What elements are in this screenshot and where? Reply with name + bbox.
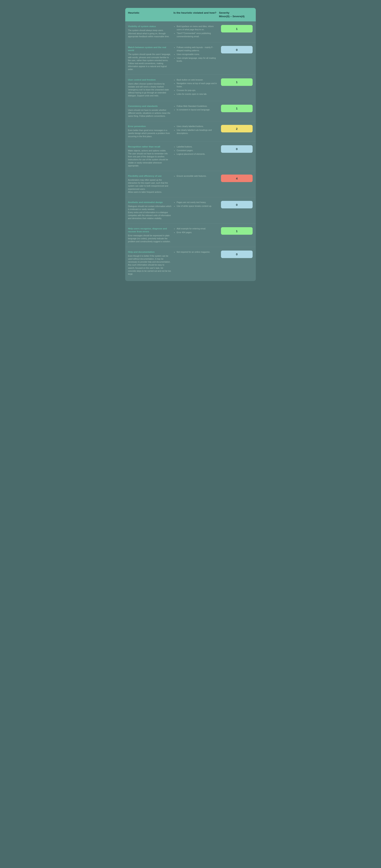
severity-cell-visibility: 1 xyxy=(219,25,255,32)
table-row: Error preventionEven better than good er… xyxy=(125,121,256,142)
violations-cell-documentation: Not required for an online magazine. xyxy=(173,251,217,254)
heuristic-cell-flexibility: Flexibility and efficiency of useAcceler… xyxy=(128,175,171,193)
heuristic-cell-help-errors: Help users recognise, diagnose and recov… xyxy=(128,227,171,243)
heuristic-title: Help users recognise, diagnose and recov… xyxy=(128,227,171,233)
table-row: Aesthetic and minimalist designDialogues… xyxy=(125,197,256,224)
heuristic-title: Error prevention xyxy=(128,125,171,128)
table-row: Visibility of system statusThe system sh… xyxy=(125,21,256,42)
heuristic-title: Flexibility and efficiency of use xyxy=(128,175,171,178)
table-row: Flexibility and efficiency of useAcceler… xyxy=(125,171,256,197)
severity-cell-aesthetic: 0 xyxy=(219,201,255,208)
table-row: User control and freedomUsers often choo… xyxy=(125,75,256,101)
violation-item: "Sent"/"Commented" once publishing comme… xyxy=(177,32,217,38)
severity-badge: 1 xyxy=(221,105,253,112)
heuristic-desc: Users should not have to wonder whether … xyxy=(128,108,171,118)
violation-item: Navigation menu at top of each page and … xyxy=(177,82,217,88)
violations-cell-aesthetic: Pages are not overly text heavy.Use of w… xyxy=(173,201,217,208)
header-violation: Is the heuristic violated and how? xyxy=(173,11,217,18)
heuristic-desc: Even though it is better if the system c… xyxy=(128,254,171,276)
violations-cell-consistency: Follow Web Standard Guidelines.Is consis… xyxy=(173,105,217,112)
severity-badge: 0 xyxy=(221,201,253,208)
table-row: Help users recognise, diagnose and recov… xyxy=(125,224,256,247)
violation-item: Links for events open in new tab. xyxy=(177,93,217,96)
violation-item: Use clearly labelled sub-headings and de… xyxy=(177,129,217,135)
table-header: Heuristic Is the heuristic violated and … xyxy=(125,8,256,21)
severity-badge: 2 xyxy=(221,125,253,132)
severity-badge: 0 xyxy=(221,251,253,258)
severity-cell-recognition: 0 xyxy=(219,145,255,153)
severity-cell-control: 1 xyxy=(219,79,255,86)
severity-cell-match: 0 xyxy=(219,46,255,54)
heuristic-title: Match between system and the real world xyxy=(128,46,171,52)
heuristics-table: Heuristic Is the heuristic violated and … xyxy=(125,8,256,860)
violations-cell-recognition: Labelled buttons.Consistent pages.Logica… xyxy=(173,145,217,156)
heuristic-title: Consistency and standards xyxy=(128,105,171,108)
severity-cell-error-prevention: 2 xyxy=(219,125,255,132)
heuristic-desc: Accelerators may often speed up the inte… xyxy=(128,179,171,193)
violations-cell-flexibility: Ensure accessible web features. xyxy=(173,175,217,178)
violation-item: Ensure accessible web features. xyxy=(177,175,217,178)
violation-item: Error 404 pages. xyxy=(177,231,217,234)
violation-item: Pages are not overly text heavy. xyxy=(177,201,217,204)
violations-cell-match: Follows existing web layouts - mainly F-… xyxy=(173,46,217,63)
table-row: Help and documentationEven though it is … xyxy=(125,247,256,279)
violation-item: Consistent pages. xyxy=(177,149,217,152)
heuristic-cell-documentation: Help and documentationEven though it is … xyxy=(128,251,171,276)
violation-item: Logical placement of elements. xyxy=(177,153,217,156)
table-row: Consistency and standardsUsers should no… xyxy=(125,101,256,122)
violation-item: Back button on web browser. xyxy=(177,79,217,82)
violation-item: Uses recognisable icons. xyxy=(177,53,217,56)
severity-badge: 1 xyxy=(221,79,253,86)
heuristic-desc: Make objects, actions and options visibl… xyxy=(128,149,171,167)
severity-cell-help-errors: 1 xyxy=(219,227,255,235)
heuristic-cell-aesthetic: Aesthetic and minimalist designDialogues… xyxy=(128,201,171,220)
heuristic-cell-consistency: Consistency and standardsUsers should no… xyxy=(128,105,171,118)
header-severity: Severity Minor(0) – Severe(4) xyxy=(219,11,255,18)
heuristic-cell-recognition: Recognition rather than recallMake objec… xyxy=(128,145,171,167)
violation-item: Add example for entering email. xyxy=(177,227,217,230)
violation-item: Labelled buttons. xyxy=(177,145,217,148)
heuristic-desc: Users often choose system functions by m… xyxy=(128,82,171,97)
heuristic-title: User control and freedom xyxy=(128,79,171,81)
heuristic-cell-error-prevention: Error preventionEven better than good er… xyxy=(128,125,171,138)
violations-cell-error-prevention: Uses clearly labelled buttons.Use clearl… xyxy=(173,125,217,135)
table-row: Match between system and the real worldT… xyxy=(125,42,256,74)
violation-item: Crosses for pop-ups. xyxy=(177,89,217,92)
heuristic-title: Help and documentation xyxy=(128,251,171,253)
heuristic-desc: Dialogues should not contain information… xyxy=(128,205,171,220)
severity-cell-documentation: 0 xyxy=(219,251,255,258)
violation-item: Bold typeface on menu and titles, inform… xyxy=(177,25,217,31)
violations-cell-visibility: Bold typeface on menu and titles, inform… xyxy=(173,25,217,39)
severity-badge: 1 xyxy=(221,25,253,32)
violation-item: Uses simple language, easy for all readi… xyxy=(177,57,217,63)
heuristic-title: Recognition rather than recall xyxy=(128,145,171,148)
violation-item: Not required for an online magazine. xyxy=(177,251,217,254)
violation-item: Follows existing web layouts - mainly F-… xyxy=(177,46,217,52)
heuristic-title: Aesthetic and minimalist design xyxy=(128,201,171,204)
table-row: Recognition rather than recallMake objec… xyxy=(125,142,256,171)
heuristic-desc: Even better than good error messages is … xyxy=(128,129,171,138)
severity-badge: 1 xyxy=(221,227,253,235)
severity-cell-consistency: 1 xyxy=(219,105,255,112)
violation-item: Uses clearly labelled buttons. xyxy=(177,125,217,128)
heuristic-desc: The system should speak the users' langu… xyxy=(128,53,171,71)
heuristic-title: Visibility of system status xyxy=(128,25,171,28)
heuristic-cell-visibility: Visibility of system statusThe system sh… xyxy=(128,25,171,38)
violation-item: Follow Web Standard Guidelines. xyxy=(177,105,217,108)
heuristic-cell-match: Match between system and the real worldT… xyxy=(128,46,171,71)
severity-badge: 4 xyxy=(221,175,253,182)
violations-cell-help-errors: Add example for entering email.Error 404… xyxy=(173,227,217,235)
heuristic-cell-control: User control and freedomUsers often choo… xyxy=(128,79,171,97)
severity-cell-flexibility: 4 xyxy=(219,175,255,182)
violation-item: Use of white space breaks content up. xyxy=(177,205,217,208)
severity-badge: 0 xyxy=(221,145,253,153)
heuristic-desc: Error messages should be expressed in pl… xyxy=(128,234,171,243)
severity-badge: 0 xyxy=(221,46,253,54)
header-heuristic: Heuristic xyxy=(128,11,171,18)
violations-cell-control: Back button on web browser.Navigation me… xyxy=(173,79,217,96)
heuristic-desc: The system should always keep users info… xyxy=(128,29,171,38)
table-body: Visibility of system statusThe system sh… xyxy=(125,21,256,281)
violation-item: Is consistent in layout and language. xyxy=(177,108,217,112)
